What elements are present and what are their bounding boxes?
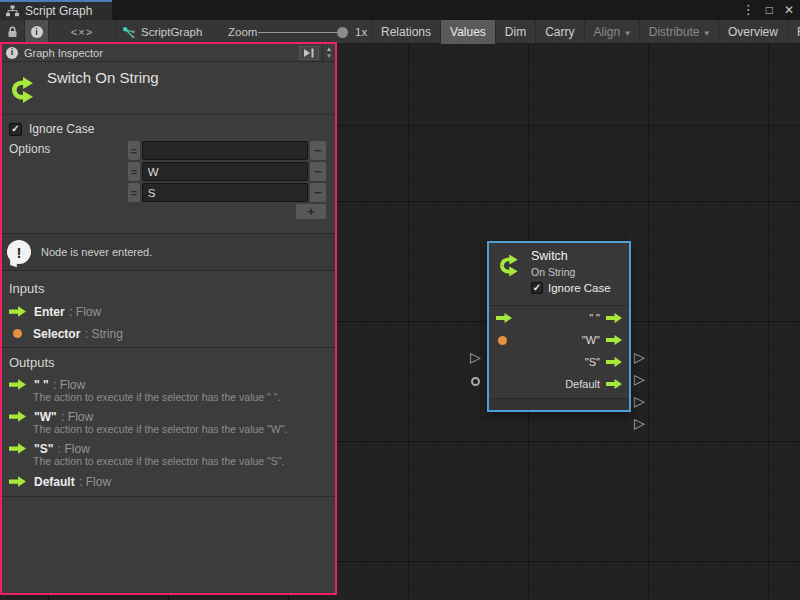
node-port-row: "W" <box>489 329 629 351</box>
toolbar-separator <box>115 20 116 44</box>
options-label: Options <box>9 142 50 156</box>
code-icon: <×> <box>71 26 93 38</box>
dim-button[interactable]: Dim <box>495 20 535 44</box>
inspector-node-header: Switch On String <box>2 62 335 115</box>
option-value-input[interactable] <box>142 183 308 202</box>
external-input-value-port[interactable] <box>471 377 480 386</box>
node-ports: " " "W" "S" <box>489 307 629 395</box>
node-output-label: Default <box>565 378 600 390</box>
hierarchy-icon <box>6 5 19 17</box>
distribute-dropdown-button[interactable]: Distribute▾ <box>639 20 718 44</box>
node-title: Switch <box>531 249 568 263</box>
panel-scroll-spinner: ▲ ▼ <box>322 44 335 62</box>
tab-script-graph[interactable]: Script Graph <box>0 0 112 20</box>
zoom-label: Zoom <box>228 20 257 44</box>
flow-output-port[interactable] <box>606 313 622 323</box>
external-output-port[interactable]: ▷ <box>634 372 645 386</box>
chevron-down-icon: ▾ <box>625 28 630 38</box>
outputs-header: Outputs <box>9 355 55 370</box>
window-maximize-icon[interactable]: □ <box>766 0 773 20</box>
zoom-slider-track[interactable] <box>258 32 342 33</box>
warning-icon: ! <box>7 240 31 264</box>
warning-banner: ! Node is never entered. <box>2 233 335 271</box>
info-icon: i <box>6 47 18 59</box>
option-row: = − <box>128 183 326 202</box>
remove-option-button[interactable]: − <box>310 141 326 160</box>
input-port-selector: Selector : String <box>9 324 123 342</box>
inspector-toggle-button[interactable]: i <box>25 20 48 44</box>
node-ignore-case: ✓ Ignore Case <box>531 282 611 294</box>
inspector-title-bar: i Graph Inspector ▲ ▼ <box>2 44 335 62</box>
graph-inspector-panel: i Graph Inspector ▲ ▼ Switch On String <box>0 42 337 595</box>
inspector-node-title: Switch On String <box>47 69 159 86</box>
graph-breadcrumb[interactable]: ScriptGraph <box>122 20 202 44</box>
value-input-port[interactable] <box>498 336 507 345</box>
value-port-icon <box>13 329 22 338</box>
values-button[interactable]: Values <box>440 20 495 44</box>
relations-button[interactable]: Relations <box>371 20 440 44</box>
tab-bar: Script Graph ⋮ □ ✕ <box>0 0 800 20</box>
zoom-slider-handle[interactable] <box>337 27 348 38</box>
dock-panel-button[interactable] <box>299 46 319 60</box>
node-output-label: " " <box>589 312 600 324</box>
tab-label: Script Graph <box>25 4 92 18</box>
window-menu-icon[interactable]: ⋮ <box>742 0 755 20</box>
align-dropdown-button[interactable]: Align▾ <box>584 20 639 44</box>
toolbar-buttons: Relations Values Dim Carry Align▾ Distri… <box>371 20 800 44</box>
inspector-title: Graph Inspector <box>24 47 299 59</box>
variables-toggle-button[interactable]: <×> <box>49 20 115 44</box>
drag-handle-icon[interactable]: = <box>128 162 140 181</box>
overview-button[interactable]: Overview <box>718 20 787 44</box>
warning-text: Node is never entered. <box>41 246 152 258</box>
option-row: = − <box>128 141 326 160</box>
switch-icon <box>9 74 41 106</box>
input-port-enter: Enter : Flow <box>9 302 101 320</box>
options-list: = − = − = − + <box>128 141 326 219</box>
add-option-button[interactable]: + <box>296 204 326 219</box>
flow-output-port[interactable] <box>606 379 622 389</box>
window-controls: ⋮ □ ✕ <box>742 0 794 20</box>
switch-icon <box>496 252 526 279</box>
port-description: The action to execute if the selector ha… <box>33 455 284 467</box>
inputs-header: Inputs <box>9 281 44 296</box>
node-subtitle: On String <box>531 266 575 278</box>
chevron-down-icon: ▾ <box>704 28 709 38</box>
lock-icon <box>7 26 18 38</box>
switch-on-string-node[interactable]: Switch On String ✓ Ignore Case " " <box>487 241 631 412</box>
external-output-port[interactable]: ▷ <box>634 416 645 430</box>
node-header: Switch On String ✓ Ignore Case <box>489 243 629 306</box>
flow-input-port[interactable] <box>496 313 512 323</box>
flow-port-icon <box>9 443 26 454</box>
node-output-label: "S" <box>585 356 600 368</box>
drag-handle-icon[interactable]: = <box>128 183 140 202</box>
flow-output-port[interactable] <box>606 357 622 367</box>
flow-port-icon <box>9 306 26 317</box>
full-screen-button[interactable]: Full Screen <box>787 20 800 44</box>
option-row: = − <box>128 162 326 181</box>
section-divider <box>2 496 335 497</box>
node-port-row: Default <box>489 373 629 395</box>
port-description: The action to execute if the selector ha… <box>33 391 280 403</box>
graph-icon <box>122 26 135 39</box>
flow-port-icon <box>9 476 26 487</box>
node-ignore-case-checkbox[interactable]: ✓ <box>531 282 543 294</box>
output-port-default: Default : Flow <box>9 472 111 490</box>
script-graph-window: Script Graph ⋮ □ ✕ i <×> <box>0 0 800 600</box>
external-input-flow-port[interactable]: ▷ <box>470 350 481 364</box>
flow-output-port[interactable] <box>606 335 622 345</box>
option-value-input[interactable] <box>142 162 308 181</box>
window-close-icon[interactable]: ✕ <box>784 0 794 20</box>
option-value-input[interactable] <box>142 141 308 160</box>
section-divider <box>2 347 335 348</box>
drag-handle-icon[interactable]: = <box>128 141 140 160</box>
external-output-port[interactable]: ▷ <box>634 350 645 364</box>
port-description: The action to execute if the selector ha… <box>33 423 287 435</box>
remove-option-button[interactable]: − <box>310 183 326 202</box>
info-icon: i <box>31 26 43 38</box>
external-output-port[interactable]: ▷ <box>634 394 645 408</box>
lock-button[interactable] <box>0 20 24 44</box>
carry-button[interactable]: Carry <box>535 20 583 44</box>
remove-option-button[interactable]: − <box>310 162 326 181</box>
scroll-down-icon[interactable]: ▼ <box>326 53 332 60</box>
ignore-case-checkbox[interactable]: ✓ <box>9 123 22 136</box>
